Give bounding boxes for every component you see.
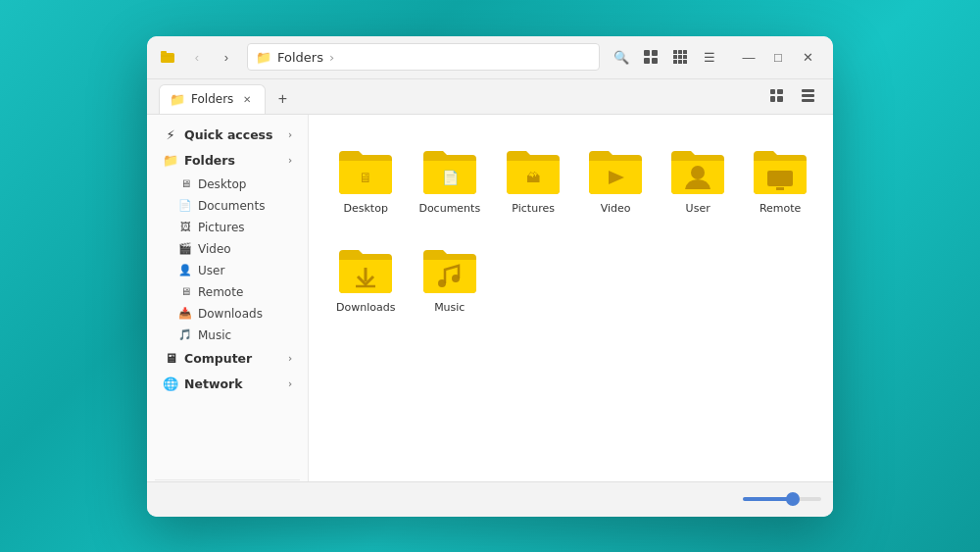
address-bar[interactable]: 📁 Folders ›: [247, 43, 600, 71]
zoom-slider-thumb[interactable]: [786, 492, 800, 506]
file-grid: 🖥 Desktop 📄 Documents: [328, 134, 813, 326]
window-controls: — □ ✕: [735, 43, 821, 71]
sidebar-item-video[interactable]: 🎬 Video: [151, 238, 304, 260]
sidebar-desktop-label: Desktop: [198, 177, 247, 191]
view-large-button[interactable]: [637, 43, 664, 71]
sidebar-section-folders[interactable]: 📁 Folders ›: [151, 148, 304, 174]
file-item-remote[interactable]: Remote: [743, 134, 817, 226]
file-item-music[interactable]: Music: [411, 233, 488, 325]
svg-rect-9: [673, 55, 677, 59]
pictures-folder-icon: 🏔: [504, 144, 563, 198]
music-icon: 🎵: [178, 328, 192, 342]
computer-chevron: ›: [288, 353, 292, 364]
computer-section-icon: 🖥: [163, 351, 178, 367]
svg-rect-2: [644, 50, 650, 56]
svg-rect-16: [777, 89, 783, 94]
network-chevron: ›: [288, 378, 292, 389]
video-icon: 🎬: [178, 242, 192, 256]
sidebar-section-computer[interactable]: 🖥 Computer ›: [151, 346, 304, 372]
svg-text:📄: 📄: [441, 170, 459, 186]
zoom-slider[interactable]: [743, 497, 821, 501]
view-toggle-1[interactable]: [762, 82, 790, 110]
main-area: ⚡ Quick access › 📁 Folders › 🖥 Desktop 📄…: [147, 115, 833, 481]
pictures-file-label: Pictures: [512, 202, 555, 216]
desktop-icon: 🖥: [178, 177, 192, 191]
sidebar-pictures-label: Pictures: [198, 221, 245, 234]
svg-point-31: [438, 279, 446, 287]
file-item-downloads[interactable]: Downloads: [328, 233, 403, 325]
video-file-label: Video: [601, 202, 631, 216]
tab-add-button[interactable]: +: [270, 86, 295, 112]
sidebar-item-remote[interactable]: 🖥 Remote: [151, 281, 304, 303]
tab-close-button[interactable]: ✕: [239, 91, 255, 107]
sidebar-documents-label: Documents: [198, 199, 265, 213]
remote-file-label: Remote: [760, 202, 801, 216]
toolbar-actions: 🔍: [608, 43, 723, 71]
sidebar-remote-label: Remote: [198, 285, 243, 299]
file-item-desktop[interactable]: 🖥 Desktop: [328, 134, 403, 226]
svg-rect-28: [776, 187, 784, 190]
svg-rect-4: [644, 58, 650, 64]
sort-button[interactable]: ☰: [696, 43, 723, 71]
user-file-label: User: [686, 202, 710, 216]
folders-section-icon: 📁: [163, 153, 178, 169]
close-button[interactable]: ✕: [794, 43, 821, 71]
sidebar-computer-label: Computer: [184, 351, 252, 366]
svg-rect-13: [678, 60, 682, 64]
sidebar-section-network[interactable]: 🌐 Network ›: [151, 372, 304, 397]
sidebar-music-label: Music: [198, 328, 231, 342]
file-area: 🖥 Desktop 📄 Documents: [309, 115, 833, 481]
restore-button[interactable]: □: [764, 43, 792, 71]
file-item-video[interactable]: Video: [578, 134, 653, 226]
zoom-slider-fill: [743, 497, 790, 501]
music-file-label: Music: [434, 301, 465, 315]
forward-button[interactable]: ›: [214, 44, 239, 70]
sidebar-item-desktop[interactable]: 🖥 Desktop: [151, 174, 304, 195]
sidebar-item-documents[interactable]: 📄 Documents: [151, 195, 304, 217]
sidebar-quick-access-label: Quick access: [184, 127, 273, 142]
pictures-icon: 🖼: [178, 221, 192, 234]
video-folder-icon: [586, 144, 645, 198]
file-item-pictures[interactable]: 🏔 Pictures: [496, 134, 570, 226]
sidebar-item-pictures[interactable]: 🖼 Pictures: [151, 217, 304, 238]
sidebar-user-label: User: [198, 264, 224, 277]
sidebar-divider: [155, 479, 300, 480]
folders-chevron: ›: [288, 155, 292, 166]
minimize-button[interactable]: —: [735, 43, 762, 71]
documents-file-label: Documents: [418, 202, 480, 216]
svg-rect-3: [652, 50, 658, 56]
svg-point-32: [452, 275, 460, 282]
sidebar-network-label: Network: [184, 376, 243, 391]
view-toggle-2[interactable]: [794, 82, 821, 110]
address-separator: ›: [329, 50, 334, 65]
downloads-file-label: Downloads: [336, 301, 395, 315]
svg-rect-18: [777, 96, 783, 102]
svg-rect-1: [161, 51, 167, 54]
file-item-documents[interactable]: 📄 Documents: [411, 134, 488, 226]
remote-folder-icon: [751, 144, 809, 198]
search-button[interactable]: 🔍: [608, 43, 635, 71]
file-explorer-window: ‹ › 📁 Folders › 🔍: [147, 36, 833, 517]
sidebar-item-music[interactable]: 🎵 Music: [151, 325, 304, 346]
zoom-slider-area: [743, 497, 821, 501]
tab-bar: 📁 Folders ✕ +: [147, 79, 833, 115]
quick-access-chevron: ›: [288, 129, 292, 140]
svg-rect-15: [770, 89, 775, 94]
quick-access-icon: ⚡: [163, 127, 178, 143]
svg-rect-12: [673, 60, 677, 64]
user-icon: 👤: [178, 264, 192, 277]
sidebar-item-downloads[interactable]: 📥 Downloads: [151, 303, 304, 325]
title-bar: ‹ › 📁 Folders › 🔍: [147, 36, 833, 79]
file-item-user[interactable]: User: [661, 134, 735, 226]
back-button[interactable]: ‹: [184, 44, 210, 70]
address-text: Folders: [277, 50, 323, 65]
sidebar-folders-label: Folders: [184, 153, 235, 168]
svg-rect-14: [683, 60, 687, 64]
svg-rect-6: [673, 50, 677, 54]
sidebar-section-quick-access[interactable]: ⚡ Quick access ›: [151, 123, 304, 148]
view-small-button[interactable]: [666, 43, 694, 71]
sidebar-item-user[interactable]: 👤 User: [151, 260, 304, 281]
svg-rect-0: [161, 53, 174, 63]
sidebar-downloads-label: Downloads: [198, 307, 263, 321]
tab-folders[interactable]: 📁 Folders ✕: [159, 84, 266, 114]
